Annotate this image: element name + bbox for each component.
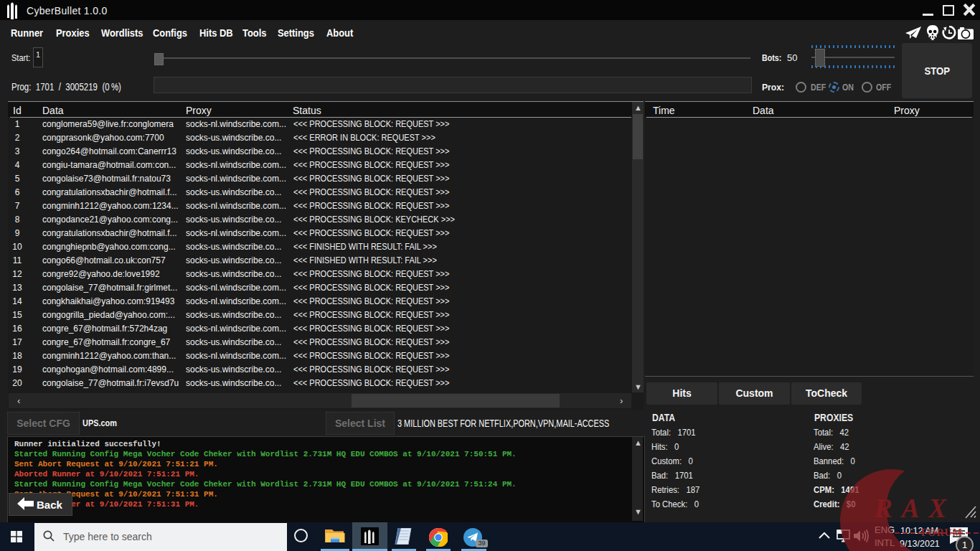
- svg-text:RAX: RAX: [874, 494, 956, 523]
